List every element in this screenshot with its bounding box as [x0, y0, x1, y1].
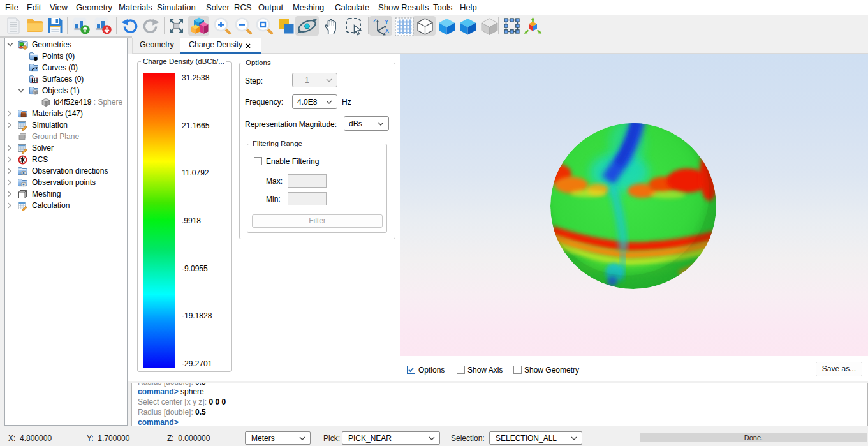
svg-text:X: X [385, 27, 389, 34]
svg-text:Z: Z [373, 17, 377, 24]
svg-text:Y: Y [385, 19, 388, 25]
